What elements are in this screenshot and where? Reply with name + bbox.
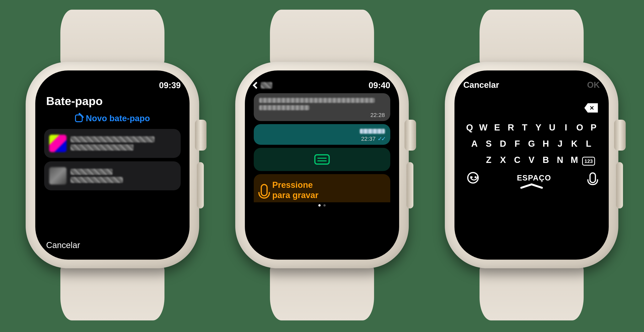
watch-2: 09:40 22:28 22:37 ✓✓ xyxy=(226,10,418,322)
key-e[interactable]: E xyxy=(491,122,503,133)
back-button[interactable] xyxy=(254,82,272,89)
key-k[interactable]: K xyxy=(568,138,581,149)
keyboard-icon xyxy=(314,154,330,165)
watch-3: Cancelar OK QWERTYUIOP ASDFGHJKL ZXCVBNM… xyxy=(435,10,628,322)
read-ticks-icon: ✓✓ xyxy=(378,135,385,142)
key-b[interactable]: B xyxy=(539,155,552,165)
emoji-key[interactable] xyxy=(467,172,479,184)
digital-crown[interactable] xyxy=(195,120,206,151)
watch-case: 09:40 22:28 22:37 ✓✓ xyxy=(235,62,409,268)
watch-case: Cancelar OK QWERTYUIOP ASDFGHJKL ZXCVBNM… xyxy=(445,62,618,268)
record-voice-button[interactable]: Pressione para gravar xyxy=(254,174,390,202)
band-top xyxy=(480,10,584,68)
cancel-button[interactable]: Cancelar xyxy=(46,240,181,252)
screen-conversation: 09:40 22:28 22:37 ✓✓ xyxy=(245,71,399,260)
key-h[interactable]: H xyxy=(539,138,552,149)
keyboard-row-2: ASDFGHJKL xyxy=(463,138,600,149)
chevron-left-icon xyxy=(253,82,260,89)
screen-chat-list: 09:39 Bate-papo Novo bate-papo xyxy=(35,71,190,260)
message-time: 22:28 xyxy=(370,112,385,118)
keyboard-row-1: QWERTYUIOP xyxy=(463,122,600,133)
key-x[interactable]: X xyxy=(496,155,510,165)
swipe-up-indicator[interactable] xyxy=(463,184,600,188)
key-y[interactable]: Y xyxy=(532,122,545,133)
chat-preview xyxy=(70,136,176,151)
backspace-key[interactable] xyxy=(584,103,598,113)
keyboard-bottom-row: ESPAÇO xyxy=(463,172,600,184)
side-button[interactable] xyxy=(406,162,414,208)
key-j[interactable]: J xyxy=(554,138,567,149)
band-top xyxy=(60,10,164,68)
side-button[interactable] xyxy=(197,162,204,208)
digital-crown[interactable] xyxy=(614,120,626,151)
key-l[interactable]: L xyxy=(582,138,595,149)
key-z[interactable]: Z xyxy=(482,155,495,165)
chevron-up-icon xyxy=(520,184,543,188)
open-keyboard-button[interactable] xyxy=(254,148,390,171)
cancel-button[interactable]: Cancelar xyxy=(463,80,499,90)
clock: 09:39 xyxy=(159,81,181,90)
shift-key[interactable] xyxy=(468,155,481,165)
watch-1: 09:39 Bate-papo Novo bate-papo xyxy=(16,10,209,322)
key-t[interactable]: T xyxy=(518,122,531,133)
key-a[interactable]: A xyxy=(468,138,481,149)
key-w[interactable]: W xyxy=(477,122,490,133)
dictation-key[interactable] xyxy=(590,172,596,183)
clock: 09:40 xyxy=(368,81,390,90)
band-bottom xyxy=(480,262,584,320)
side-button[interactable] xyxy=(616,162,623,208)
avatar xyxy=(49,135,66,152)
ok-button[interactable]: OK xyxy=(587,80,600,90)
key-v[interactable]: V xyxy=(525,155,538,165)
keyboard: QWERTYUIOP ASDFGHJKL ZXCVBNM123 xyxy=(463,122,600,165)
chat-preview xyxy=(70,169,176,183)
band-bottom xyxy=(270,262,374,320)
key-u[interactable]: U xyxy=(546,122,558,133)
key-i[interactable]: I xyxy=(560,122,572,133)
key-n[interactable]: N xyxy=(554,155,567,165)
key-g[interactable]: G xyxy=(525,138,538,149)
digital-crown[interactable] xyxy=(404,120,416,151)
status-bar: 09:39 xyxy=(44,80,181,91)
watch-case: 09:39 Bate-papo Novo bate-papo xyxy=(26,62,199,268)
message-outgoing[interactable]: 22:37 ✓✓ xyxy=(254,124,390,145)
page-indicator xyxy=(254,204,390,207)
screen-keyboard: Cancelar OK QWERTYUIOP ASDFGHJKL ZXCVBNM… xyxy=(454,71,609,260)
new-chat-label: Novo bate-papo xyxy=(86,114,150,123)
record-label: Pressione para gravar xyxy=(272,180,318,200)
space-key[interactable]: ESPAÇO xyxy=(517,174,551,182)
key-m[interactable]: M xyxy=(568,155,581,165)
key-o[interactable]: O xyxy=(574,122,586,133)
key-s[interactable]: S xyxy=(482,138,495,149)
message-time: 22:37 xyxy=(361,136,376,142)
chat-list-item[interactable] xyxy=(44,161,181,190)
avatar xyxy=(49,167,66,185)
page-title: Bate-papo xyxy=(46,94,181,108)
new-chat-button[interactable]: Novo bate-papo xyxy=(44,114,181,123)
microphone-icon xyxy=(261,184,268,196)
band-bottom xyxy=(60,262,164,320)
key-p[interactable]: P xyxy=(587,122,600,133)
key-c[interactable]: C xyxy=(511,155,524,165)
compose-icon xyxy=(75,115,83,122)
keyboard-header: Cancelar OK xyxy=(463,80,600,90)
numbers-key[interactable]: 123 xyxy=(582,155,595,165)
chat-list-item[interactable] xyxy=(44,129,181,158)
band-top xyxy=(270,10,374,68)
key-f[interactable]: F xyxy=(511,138,524,149)
status-bar: 09:40 xyxy=(254,80,390,91)
keyboard-row-3: ZXCVBNM123 xyxy=(463,155,600,165)
message-incoming[interactable]: 22:28 xyxy=(254,93,390,121)
key-q[interactable]: Q xyxy=(463,122,476,133)
contact-name-redacted xyxy=(261,82,272,89)
key-d[interactable]: D xyxy=(496,138,510,149)
key-r[interactable]: R xyxy=(504,122,517,133)
